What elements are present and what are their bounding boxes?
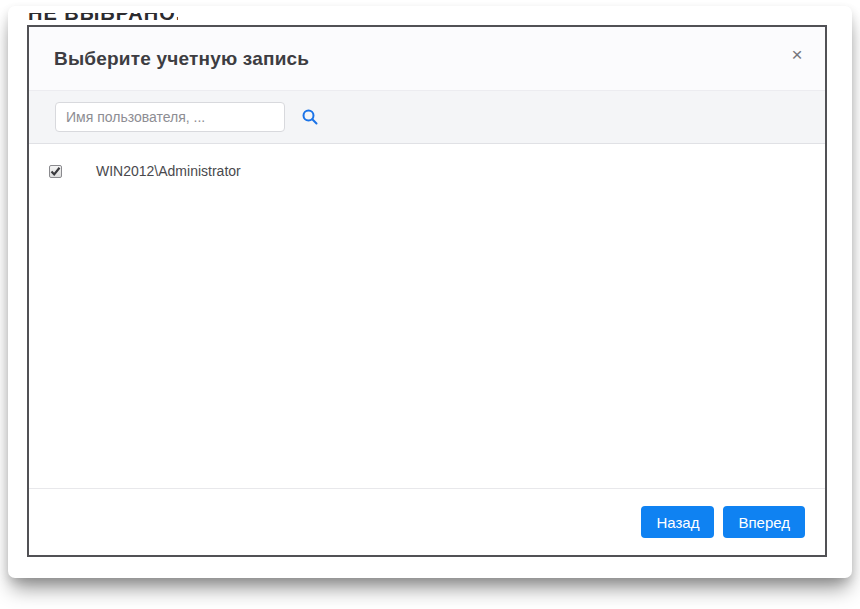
select-account-dialog: Выберите учетную запись ×	[27, 25, 827, 557]
close-button[interactable]: ×	[783, 41, 811, 69]
dialog-footer: Назад Вперед	[29, 488, 825, 555]
background-page-heading-fragment: НЕ ВЫБРАНО...	[28, 13, 178, 25]
background-page-heading-text: НЕ ВЫБРАНО...	[28, 13, 178, 25]
next-button[interactable]: Вперед	[723, 506, 805, 538]
search-bar	[29, 91, 825, 144]
dialog-header: Выберите учетную запись ×	[29, 27, 825, 91]
search-icon	[301, 108, 319, 126]
search-button[interactable]	[297, 104, 323, 130]
account-list: WIN2012\Administrator	[29, 144, 825, 488]
account-checkbox[interactable]	[49, 165, 62, 178]
account-label: WIN2012\Administrator	[96, 163, 241, 179]
dialog-title: Выберите учетную запись	[54, 48, 309, 70]
account-row[interactable]: WIN2012\Administrator	[29, 144, 825, 179]
back-button[interactable]: Назад	[641, 506, 714, 538]
username-search-input[interactable]	[55, 102, 285, 132]
screenshot-frame: НЕ ВЫБРАНО... Выберите учетную запись ×	[8, 6, 852, 578]
